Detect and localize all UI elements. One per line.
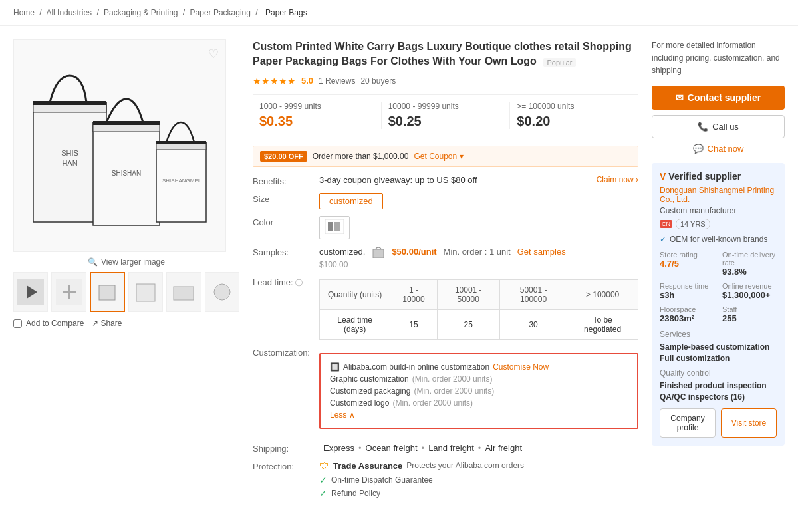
- price-tier-2: 10000 - 99999 units $0.25: [382, 102, 511, 129]
- svg-text:SHIS: SHIS: [61, 149, 78, 157]
- company-profile-button[interactable]: Company profile: [660, 408, 716, 438]
- breadcrumb-paper-packaging[interactable]: Paper Packaging: [190, 8, 251, 17]
- staff-label: Staff: [722, 305, 777, 313]
- protection-label: Protection:: [253, 460, 319, 471]
- breadcrumb-all-industries[interactable]: All Industries: [46, 8, 92, 17]
- min-order-text: Min. order : 1 unit: [444, 247, 511, 257]
- samples-label: Samples:: [253, 246, 319, 257]
- image-column: ♡ SHIS HAN SHISHAN: [13, 39, 239, 508]
- coupon-bar: $20.00 OFF Order more than $1,000.00 Get…: [253, 146, 638, 167]
- supplier-name[interactable]: Dongguan Shishangmei Printing Co., Ltd.: [660, 186, 777, 204]
- thumbnail-4[interactable]: [128, 272, 163, 312]
- add-to-compare-label[interactable]: Add to Compare: [13, 319, 84, 328]
- thumbnail-strip: [13, 272, 239, 312]
- price-qty-3: >= 100000 units: [517, 102, 632, 111]
- visit-store-button[interactable]: Visit store: [721, 408, 777, 438]
- supplier-info-text: For more detailed information including …: [652, 39, 785, 78]
- dispatch-guarantee: ✓ On-time Dispatch Guarantee: [319, 475, 638, 485]
- shipping-ocean[interactable]: Ocean freight: [366, 443, 418, 453]
- verified-v-icon: V: [660, 171, 666, 182]
- lead-time-info-icon[interactable]: ⓘ: [295, 279, 303, 287]
- lead-table-header-qty: Quantity (units): [320, 279, 390, 309]
- lead-time-table: Quantity (units) 1 - 10000 10001 - 50000…: [319, 279, 638, 340]
- size-value: customized: [319, 193, 638, 209]
- floorspace-value: 23803m²: [660, 313, 714, 323]
- svg-point-25: [214, 284, 230, 300]
- reviews-count[interactable]: 1 Reviews: [319, 76, 355, 86]
- chat-icon: 💬: [693, 144, 704, 154]
- floorspace-stat: Floorspace 23803m²: [660, 305, 714, 323]
- lead-time-row: Lead time: ⓘ Quantity (units) 1 - 10000 …: [253, 276, 638, 340]
- customise-now-link[interactable]: Customise Now: [493, 362, 549, 372]
- thumbnail-5[interactable]: [166, 272, 201, 312]
- get-coupon-link[interactable]: Get Coupon ▾: [414, 152, 463, 161]
- custom-item-online: 🔲 Alibaba.com build-in online customizat…: [330, 362, 628, 372]
- chat-now-link[interactable]: 💬 Chat now: [652, 144, 785, 154]
- contact-supplier-button[interactable]: ✉ Contact supplier: [652, 86, 785, 110]
- shipping-land[interactable]: Land freight: [428, 443, 474, 453]
- lead-time-label: Lead time: ⓘ: [253, 276, 319, 288]
- wishlist-icon[interactable]: ♡: [208, 47, 219, 61]
- view-larger[interactable]: 🔍 View larger image: [13, 257, 239, 267]
- lead-table-days-3: 30: [500, 309, 567, 339]
- price-val-2: $0.25: [388, 114, 503, 129]
- services-title: Services: [660, 330, 777, 339]
- alibaba-icon: 🔲: [330, 362, 340, 372]
- size-option-customized[interactable]: customized: [319, 193, 383, 209]
- share-button[interactable]: ↗ Share: [92, 319, 122, 328]
- call-us-label: Call us: [712, 122, 739, 132]
- verified-label: Verified supplier: [668, 171, 741, 182]
- lead-table-qty-2: 10001 - 50000: [437, 279, 499, 309]
- dispatch-guarantee-text[interactable]: On-time Dispatch Guarantee: [331, 475, 433, 485]
- customization-row: Customization: 🔲 Alibaba.com build-in on…: [253, 346, 638, 436]
- thumbnail-2[interactable]: [51, 272, 86, 312]
- samples-value: customized, $50.00/unit Min. order : 1 u…: [319, 246, 638, 269]
- price-table: 1000 - 9999 units $0.35 10000 - 99999 un…: [253, 94, 638, 136]
- color-swatch[interactable]: [319, 216, 350, 239]
- shipping-express[interactable]: Express: [323, 443, 354, 453]
- call-us-button[interactable]: 📞 Call us: [652, 115, 785, 138]
- refund-policy: ✓ Refund Policy: [319, 488, 638, 499]
- oem-row: ✓ OEM for well-known brands: [660, 235, 777, 244]
- less-link[interactable]: Less ∧: [330, 410, 628, 420]
- services-section: Services Sample-based customization Full…: [660, 330, 777, 363]
- lead-table-days-4: To be negotiated: [567, 309, 638, 339]
- customization-value: 🔲 Alibaba.com build-in online customizat…: [319, 346, 638, 436]
- refund-policy-text[interactable]: Refund Policy: [331, 489, 380, 498]
- floorspace-label: Floorspace: [660, 305, 714, 313]
- thumbnail-3-active[interactable]: [90, 272, 125, 312]
- svg-text:HAN: HAN: [62, 159, 77, 167]
- svg-rect-23: [174, 287, 194, 300]
- search-icon: 🔍: [88, 257, 98, 267]
- shipping-air[interactable]: Air freight: [485, 443, 522, 453]
- rating-number: 5.0: [301, 76, 313, 86]
- verified-supplier-box: V Verified supplier Dongguan Shishangmei…: [652, 163, 785, 446]
- service-sample: Sample-based customization: [660, 342, 777, 352]
- lead-table-header-days: Lead time (days): [320, 309, 390, 339]
- service-full: Full customization: [660, 354, 777, 363]
- breadcrumb-home[interactable]: Home: [13, 8, 35, 17]
- delivery-rate-label: On-time delivery rate: [722, 251, 777, 267]
- response-time-label: Response time: [660, 282, 714, 290]
- breadcrumb-packaging[interactable]: Packaging & Printing: [104, 8, 178, 17]
- custom-item-graphic: Graphic customization (Min. order 2000 u…: [330, 374, 628, 384]
- get-samples-link[interactable]: Get samples: [517, 247, 566, 257]
- svg-text:SHISHAN: SHISHAN: [112, 170, 141, 177]
- lead-table-qty-4: > 100000: [567, 279, 638, 309]
- svg-rect-27: [328, 222, 333, 231]
- claim-now-link[interactable]: Claim now ›: [597, 175, 638, 184]
- svg-rect-21: [136, 284, 155, 301]
- main-container: ♡ SHIS HAN SHISHAN: [0, 26, 798, 521]
- delivery-rate-value: 93.8%: [722, 267, 777, 277]
- thumbnail-video[interactable]: [13, 272, 48, 312]
- thumbnail-6[interactable]: [205, 272, 239, 312]
- compare-checkbox[interactable]: [13, 319, 22, 328]
- custom-item-logo: Customized logo (Min. order 2000 units): [330, 398, 628, 408]
- samples-text: customized,: [319, 247, 365, 257]
- product-image: SHIS HAN SHISHAN SHISHANGMEI: [27, 49, 213, 242]
- popular-badge: Popular: [543, 58, 577, 67]
- view-larger-label: View larger image: [101, 257, 165, 267]
- supplier-btn-row: Company profile Visit store: [660, 408, 777, 438]
- price-qty-2: 10000 - 99999 units: [388, 102, 503, 111]
- supplier-type: Custom manufacturer: [660, 206, 777, 215]
